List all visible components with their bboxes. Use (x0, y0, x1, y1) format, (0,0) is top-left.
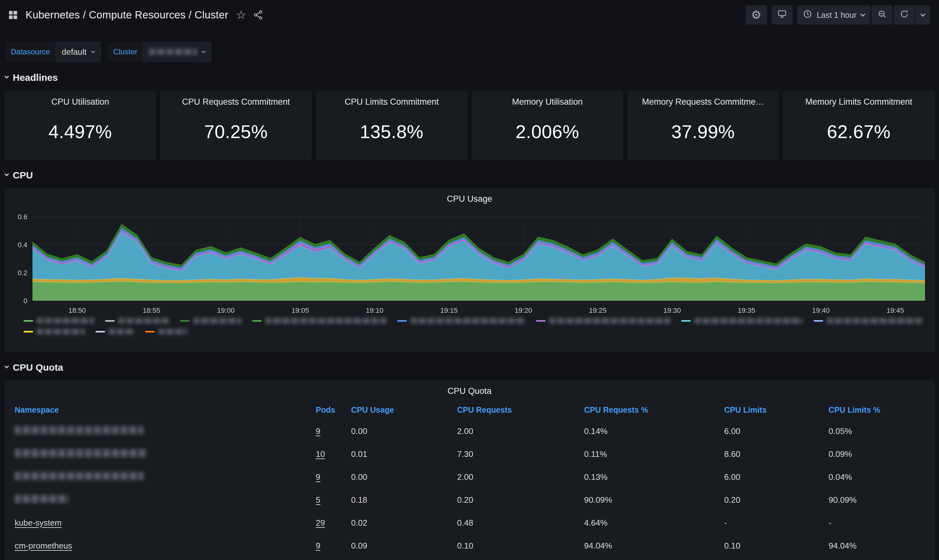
stat-panel-cpu-utilisation: CPU Utilisation 4.497% (5, 91, 155, 159)
section-header-cpu[interactable]: CPU (5, 169, 939, 181)
cell-pods: 9 (316, 466, 351, 488)
namespace-link-redacted[interactable] (15, 426, 143, 434)
legend-series-name-redacted (550, 318, 670, 324)
table-row: 10 0.01 7.30 0.11% 8.60 0.09% (15, 443, 924, 466)
table-row: kube-system 29 0.02 0.48 4.64% - - (15, 511, 924, 534)
panel-title[interactable]: CPU Usage (9, 189, 930, 204)
apps-grid-icon[interactable] (8, 9, 18, 20)
cell-namespace: kube-system (15, 511, 316, 534)
cpu-usage-panel: CPU Usage 00.20.40.618:5018:5519:0019:05… (5, 189, 934, 352)
datasource-variable-select[interactable]: default (56, 42, 101, 62)
time-range-picker[interactable]: Last 1 hour (797, 5, 870, 25)
svg-text:0: 0 (23, 297, 28, 305)
col-header-pods[interactable]: Pods (316, 400, 351, 420)
legend-series-name-redacted (265, 318, 386, 324)
legend-item[interactable] (252, 318, 386, 324)
col-header-cpu-limits-pct[interactable]: CPU Limits % (828, 400, 924, 420)
cycle-view-mode-button[interactable] (771, 5, 793, 25)
panel-title[interactable]: CPU Limits Commitment (316, 97, 466, 107)
table-row: 9 0.00 2.00 0.13% 6.00 0.04% (15, 466, 924, 488)
legend-series-name-redacted (37, 318, 94, 324)
legend-series-name-redacted (827, 318, 922, 324)
pods-link[interactable]: 5 (316, 495, 320, 505)
table-row: 9 0.00 2.00 0.14% 6.00 0.05% (15, 420, 924, 443)
cell-cpu-usage: 0.09 (351, 534, 457, 557)
legend-item[interactable] (397, 318, 525, 324)
dashboard-settings-button[interactable]: ⚙ (745, 5, 767, 25)
star-icon[interactable]: ☆ (236, 8, 246, 22)
svg-text:19:40: 19:40 (812, 306, 830, 314)
legend-item[interactable] (23, 329, 85, 334)
legend-item[interactable] (180, 318, 241, 324)
pods-link[interactable]: 9 (316, 472, 320, 482)
section-header-headlines[interactable]: Headlines (5, 72, 939, 83)
cell-cpu-requests: 0.48 (457, 511, 584, 534)
chevron-down-icon (920, 11, 925, 17)
section-header-cpu-quota[interactable]: CPU Quota (5, 362, 939, 373)
legend-series-color (681, 320, 691, 322)
svg-text:19:35: 19:35 (738, 306, 755, 314)
namespace-link[interactable]: kube-system (15, 518, 62, 528)
cell-cpu-limits-pct: 94.04% (828, 534, 924, 557)
zoom-out-button[interactable] (871, 5, 893, 25)
table-header-row: Namespace Pods CPU Usage CPU Requests CP… (15, 400, 924, 420)
panel-title[interactable]: Memory Requests Commitme… (628, 97, 778, 107)
namespace-link-redacted[interactable] (15, 449, 147, 457)
pods-link[interactable]: 29 (316, 518, 325, 528)
col-header-cpu-requests[interactable]: CPU Requests (457, 400, 584, 420)
cell-cpu-limits: 6.00 (724, 420, 828, 443)
cell-cpu-requests-pct: 0.14% (584, 420, 724, 443)
dashboard-variables-row: Datasource default Cluster (5, 42, 939, 62)
stat-value: 62.67% (784, 107, 934, 159)
col-header-cpu-limits[interactable]: CPU Limits (724, 400, 828, 420)
col-header-namespace[interactable]: Namespace (15, 400, 316, 420)
legend-item[interactable] (23, 318, 94, 324)
namespace-link-redacted[interactable] (15, 495, 69, 503)
cell-pods: 9 (316, 534, 351, 557)
legend-item[interactable] (814, 318, 922, 324)
namespace-link[interactable]: cm-prometheus (15, 541, 72, 551)
cell-cpu-requests-pct: 0.11% (584, 443, 724, 466)
cell-cpu-requests-pct: 0.13% (584, 466, 724, 488)
legend-series-color (397, 320, 407, 322)
clock-icon (803, 9, 812, 21)
col-header-cpu-usage[interactable]: CPU Usage (351, 400, 457, 420)
namespace-link-redacted[interactable] (15, 472, 143, 480)
refresh-button[interactable] (894, 5, 915, 25)
legend-item[interactable] (145, 329, 187, 334)
legend-item[interactable] (95, 329, 134, 334)
cell-cpu-usage: 0.00 (351, 420, 457, 443)
pods-link[interactable]: 10 (316, 449, 325, 459)
svg-text:19:05: 19:05 (292, 306, 309, 314)
panel-title[interactable]: Memory Limits Commitment (784, 97, 934, 107)
legend-series-name-redacted (194, 318, 241, 324)
cell-pods: 5 (316, 488, 351, 511)
panel-title[interactable]: CPU Utilisation (5, 97, 155, 107)
stat-value: 70.25% (161, 107, 311, 159)
pods-link[interactable]: 9 (316, 426, 320, 436)
legend-item[interactable] (536, 318, 670, 324)
pods-link[interactable]: 9 (316, 541, 320, 551)
cell-pods: 10 (316, 443, 351, 466)
refresh-interval-dropdown[interactable] (916, 5, 930, 25)
share-icon[interactable] (253, 10, 263, 20)
cluster-variable-value-redacted (149, 49, 197, 55)
cell-cpu-limits: - (724, 511, 828, 534)
cluster-variable-select[interactable] (143, 42, 211, 62)
cell-cpu-limits: 8.60 (724, 443, 828, 466)
cpu-usage-chart[interactable]: 00.20.40.618:5018:5519:0019:0519:1019:15… (9, 205, 930, 316)
panel-title[interactable]: CPU Requests Commitment (161, 97, 311, 107)
col-header-cpu-requests-pct[interactable]: CPU Requests % (584, 400, 724, 420)
panel-title[interactable]: Memory Utilisation (473, 97, 623, 107)
section-title: CPU (13, 170, 33, 181)
legend-item[interactable] (105, 318, 169, 324)
chevron-down-icon (5, 364, 9, 368)
svg-text:19:20: 19:20 (515, 306, 532, 314)
dashboard-title: Kubernetes / Compute Resources / Cluster (25, 9, 228, 21)
panel-title[interactable]: CPU Quota (15, 381, 924, 396)
cell-cpu-limits: 6.00 (724, 466, 828, 488)
legend-series-color (23, 331, 33, 332)
monitor-icon (777, 9, 787, 21)
cell-pods: 9 (316, 420, 351, 443)
legend-item[interactable] (681, 318, 803, 324)
